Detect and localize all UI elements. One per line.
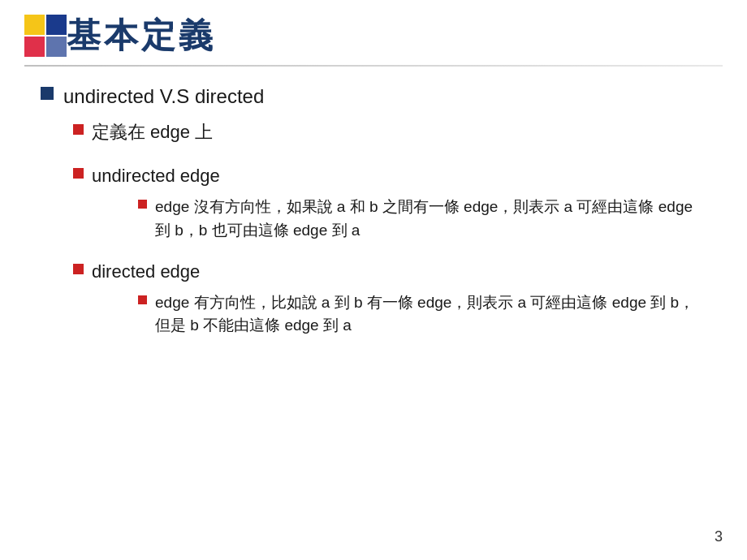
svg-rect-0 [24, 15, 45, 35]
bullet-undirected-edge-label: undirected edge [92, 164, 220, 189]
spacer-1 [41, 151, 706, 164]
sub-sub-undirected: edge 沒有方向性，如果說 a 和 b 之間有一條 edge，則表示 a 可經… [138, 196, 706, 242]
bullet-l3-icon-2 [138, 295, 147, 304]
bullet-l3-icon-1 [138, 200, 147, 209]
spacer-2 [41, 247, 706, 260]
slide-title: 基本定義 [67, 17, 216, 54]
bullet-directed-detail-text: edge 有方向性，比如說 a 到 b 有一條 edge，則表示 a 可經由這條… [155, 291, 706, 338]
svg-rect-1 [46, 15, 67, 35]
sub-defined-on-edge: 定義在 edge 上 [73, 120, 706, 145]
bullet-defined-on-edge: 定義在 edge 上 [73, 120, 706, 145]
svg-rect-3 [46, 37, 67, 57]
sub-undirected-edge: undirected edge edge 沒有方向性，如果說 a 和 b 之間有… [73, 164, 706, 242]
bullet-undirected-vs-directed: undirected V.S directed [41, 83, 706, 110]
slide-header: 基本定義 [0, 0, 747, 65]
bullet-directed-edge: directed edge [73, 260, 706, 285]
bullet-l1-icon [41, 87, 54, 100]
bullet-directed-edge-label: directed edge [92, 260, 200, 285]
bullet-l2-icon-2 [73, 168, 84, 179]
bullet-directed-detail: edge 有方向性，比如說 a 到 b 有一條 edge，則表示 a 可經由這條… [138, 291, 706, 338]
sub-directed-edge: directed edge edge 有方向性，比如說 a 到 b 有一條 ed… [73, 260, 706, 338]
slide-content: undirected V.S directed 定義在 edge 上 undir… [0, 67, 747, 359]
logo-icon [24, 15, 67, 57]
bullet-undirected-detail: edge 沒有方向性，如果說 a 和 b 之間有一條 edge，則表示 a 可經… [138, 196, 706, 242]
bullet-l2-icon-1 [73, 124, 84, 135]
sub-sub-directed: edge 有方向性，比如說 a 到 b 有一條 edge，則表示 a 可經由這條… [138, 291, 706, 338]
slide: 基本定義 undirected V.S directed 定義在 edge 上 … [0, 0, 747, 560]
bullet-l2-icon-3 [73, 264, 84, 274]
bullet-undirected-detail-text: edge 沒有方向性，如果說 a 和 b 之間有一條 edge，則表示 a 可經… [155, 196, 706, 242]
bullet-undirected-edge: undirected edge [73, 164, 706, 189]
svg-rect-2 [24, 37, 45, 57]
bullet-l1-label: undirected V.S directed [63, 83, 264, 110]
bullet-defined-on-edge-label: 定義在 edge 上 [92, 120, 213, 145]
page-number: 3 [715, 528, 723, 545]
